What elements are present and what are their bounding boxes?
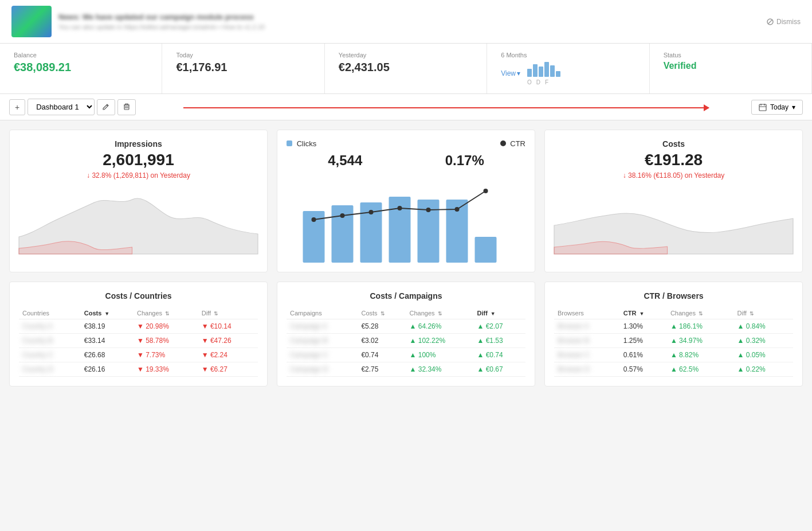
table-row: Campaign B €3.02 ▲ 102.22% ▲ €1.53 [287, 334, 525, 348]
changes-col-header[interactable]: Changes ⇅ [134, 307, 198, 319]
add-dashboard-button[interactable]: + [9, 99, 25, 115]
costs-sort-arrow: ⇅ [380, 311, 385, 317]
toolbar-left: + Dashboard 1 [9, 99, 136, 115]
status-value: Verified [664, 61, 798, 71]
clicks-value: 4,544 [328, 153, 362, 169]
month-bar-6 [556, 71, 560, 77]
month-bar-2 [533, 64, 538, 77]
legend-f: F [545, 79, 548, 85]
costs-title: Costs [554, 139, 793, 149]
costs-value: €191.28 [554, 151, 793, 169]
date-chevron-icon: ▾ [792, 103, 795, 111]
eye-slash-icon [766, 18, 774, 26]
costs-widget: Costs €191.28 ↓ 38.16% (€118.05) on Yest… [544, 130, 803, 272]
costs-campaigns-table: Campaigns Costs ⇅ Changes ⇅ Diff ▼ Campa… [287, 307, 525, 377]
countries-col-header[interactable]: Countries [19, 307, 81, 319]
costs-cell: €3.02 [358, 334, 406, 348]
costs-cell: €5.28 [358, 319, 406, 334]
months-bars [527, 61, 560, 77]
date-picker-button[interactable]: Today ▾ [751, 100, 803, 115]
costs-cell: €26.16 [81, 362, 134, 377]
campaign-cell: Campaign A [287, 319, 358, 334]
dismiss-button[interactable]: Dismiss [766, 18, 801, 26]
metrics-row: Balance €38,089.21 Today €1,176.91 Yeste… [0, 44, 812, 94]
pencil-icon [103, 103, 109, 110]
changes-sort-arrow: ⇅ [165, 311, 170, 317]
diff-sort-arrow: ▼ [491, 311, 496, 317]
ctr-value: 0.17% [445, 153, 484, 169]
changes-cell: ▲ 32.34% [406, 362, 474, 377]
impressions-change: ↓ 32.8% (1,269,811) on Yesterday [19, 171, 258, 179]
costs-chart [554, 185, 793, 254]
costs-cell: €26.68 [81, 348, 134, 362]
table-header-row: Browsers CTR ▼ Changes ⇅ Diff ⇅ [554, 307, 793, 319]
diff-cell: ▲ €0.74 [473, 348, 525, 362]
diff-cell: ▼ €10.14 [198, 319, 258, 334]
browser-cell: Browser B [554, 334, 620, 348]
browser-cell: Browser C [554, 348, 620, 362]
yesterday-value: €2,431.05 [339, 61, 473, 74]
diff-cell: ▲ 0.32% [734, 334, 793, 348]
ctr-cell: 1.30% [620, 319, 667, 334]
table-row: Country D €26.16 ▼ 19.33% ▼ €6.27 [19, 362, 258, 377]
diff-sort-arrow: ⇅ [214, 311, 218, 317]
costs-cell: €38.19 [81, 319, 134, 334]
ctr-dot [500, 140, 506, 146]
metric-months: 6 Months View ▾ O D F [487, 44, 649, 93]
edit-dashboard-button[interactable] [97, 99, 115, 115]
costs-campaigns-widget: Costs / Campaigns Campaigns Costs ⇅ Chan… [277, 282, 535, 386]
changes-col-header[interactable]: Changes ⇅ [667, 307, 734, 319]
changes-sort-arrow: ⇅ [438, 311, 442, 317]
changes-cell: ▼ 20.98% [134, 319, 198, 334]
months-view-link[interactable]: View ▾ [501, 69, 520, 77]
ctr-title: CTR [510, 139, 525, 148]
diff-col-header[interactable]: Diff ⇅ [734, 307, 793, 319]
dashboard-bottom-row: Costs / Countries Countries Costs ▼ Chan… [0, 282, 812, 396]
ctr-col-header[interactable]: CTR ▼ [620, 307, 667, 319]
browsers-col-header[interactable]: Browsers [554, 307, 620, 319]
changes-col-header[interactable]: Changes ⇅ [406, 307, 474, 319]
costs-col-header[interactable]: Costs ▼ [81, 307, 134, 319]
country-cell: Country A [19, 319, 81, 334]
diff-cell: ▲ €2.07 [473, 319, 525, 334]
svg-rect-7 [759, 104, 766, 111]
diff-cell: ▲ 0.84% [734, 319, 793, 334]
today-label: Today [176, 52, 310, 58]
diff-col-header[interactable]: Diff ▼ [473, 307, 525, 319]
costs-chart-svg [554, 185, 793, 254]
table-row: Campaign A €5.28 ▲ 64.26% ▲ €2.07 [287, 319, 525, 334]
balance-label: Balance [14, 52, 148, 58]
impressions-chart-svg [19, 185, 258, 254]
svg-point-23 [455, 207, 460, 212]
changes-cell: ▲ 186.1% [667, 319, 734, 334]
changes-cell: ▼ 58.78% [134, 334, 198, 348]
diff-cell: ▲ €1.53 [473, 334, 525, 348]
diff-col-header[interactable]: Diff ⇅ [198, 307, 258, 319]
impressions-title: Impressions [19, 139, 258, 149]
dashboard-select[interactable]: Dashboard 1 [28, 99, 95, 115]
table-row: Browser A 1.30% ▲ 186.1% ▲ 0.84% [554, 319, 793, 334]
calendar-icon [759, 103, 767, 111]
table-row: Campaign C €0.74 ▲ 100% ▲ €0.74 [287, 348, 525, 362]
ctr-browsers-title: CTR / Browsers [554, 291, 793, 300]
costs-col-header[interactable]: Costs ⇅ [358, 307, 406, 319]
trash-icon [123, 103, 130, 110]
costs-countries-widget: Costs / Countries Countries Costs ▼ Chan… [9, 282, 268, 386]
delete-dashboard-button[interactable] [117, 99, 136, 115]
campaigns-col-header[interactable]: Campaigns [287, 307, 358, 319]
legend-d: D [536, 79, 540, 85]
today-value: €1,176.91 [176, 61, 310, 74]
campaign-cell: Campaign C [287, 348, 358, 362]
yesterday-label: Yesterday [339, 52, 473, 58]
svg-rect-17 [475, 237, 497, 263]
banner-logo [11, 6, 52, 37]
country-cell: Country C [19, 348, 81, 362]
dismiss-label: Dismiss [776, 18, 801, 26]
table-row: Browser C 0.61% ▲ 8.82% ▲ 0.05% [554, 348, 793, 362]
costs-countries-title: Costs / Countries [19, 291, 258, 300]
svg-point-24 [484, 189, 488, 193]
table-row: Country B €33.14 ▼ 58.78% ▼ €47.26 [19, 334, 258, 348]
months-label: 6 Months [501, 52, 635, 58]
banner-text-block: News: We have updated our campaign modul… [58, 13, 265, 30]
banner-subtitle: You can also update in https://editor.ad… [58, 24, 265, 30]
